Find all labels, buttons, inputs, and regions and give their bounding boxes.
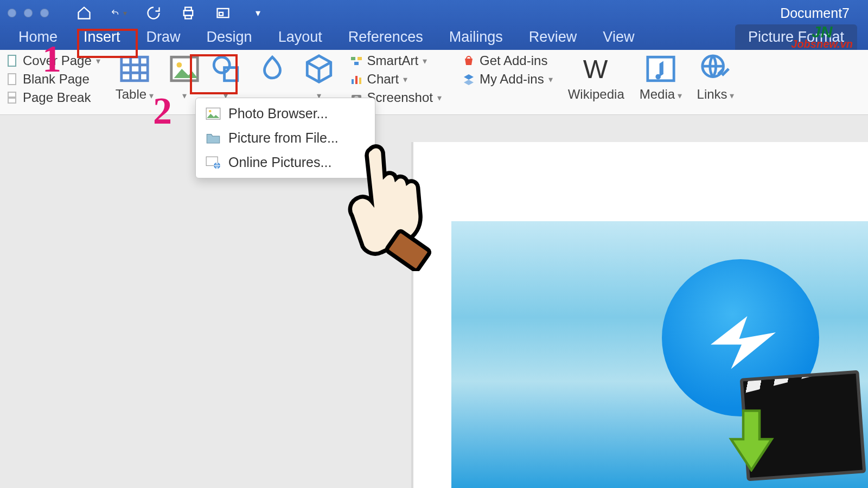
- chart-icon: [350, 73, 363, 86]
- table-button[interactable]: Table ▾: [116, 53, 154, 102]
- icons-icon: [257, 53, 288, 85]
- page-break-button[interactable]: Page Break: [5, 90, 100, 105]
- watermark: JN Jobsnew.vn: [791, 23, 853, 50]
- chart-button[interactable]: Chart ▾: [350, 72, 442, 87]
- redo-icon[interactable]: [145, 5, 162, 21]
- media-icon: [645, 53, 676, 85]
- tab-draw[interactable]: Draw: [133, 24, 194, 50]
- media-label: Media: [640, 87, 675, 101]
- photo-icon: [206, 108, 221, 120]
- shapes-icon: [210, 53, 241, 85]
- online-pictures-label: Online Pictures...: [228, 155, 331, 170]
- addins-icon: [462, 73, 475, 86]
- my-addins-button[interactable]: My Add-ins ▾: [462, 72, 553, 87]
- page-break-label: Page Break: [23, 90, 91, 105]
- print-icon[interactable]: [180, 5, 196, 21]
- get-addins-button[interactable]: Get Add-ins: [462, 53, 553, 68]
- svg-rect-7: [8, 92, 16, 97]
- watermark-text: Jobsnew.vn: [791, 38, 853, 50]
- pictures-button[interactable]: ▾: [169, 53, 200, 102]
- annotation-step-1: 1: [42, 40, 61, 78]
- page-break-icon: [5, 91, 18, 104]
- svg-rect-8: [8, 98, 16, 103]
- store-icon: [462, 54, 475, 67]
- annotation-step-2: 2: [153, 92, 172, 130]
- svg-point-27: [209, 110, 212, 113]
- svg-rect-18: [355, 76, 358, 84]
- lightning-bolt-icon: [700, 308, 787, 373]
- svg-rect-13: [224, 68, 237, 81]
- svg-rect-19: [359, 78, 361, 84]
- picture-from-file-label: Picture from File...: [228, 130, 339, 146]
- svg-rect-17: [352, 79, 354, 84]
- svg-rect-1: [185, 8, 192, 11]
- minimize-window-button[interactable]: [24, 9, 33, 17]
- svg-rect-15: [358, 57, 362, 60]
- svg-rect-4: [219, 12, 223, 16]
- tab-references[interactable]: References: [335, 24, 436, 50]
- wikipedia-button[interactable]: W Wikipedia: [568, 53, 624, 102]
- more-icon[interactable]: ▾: [250, 5, 266, 21]
- screenshot-label: Screenshot: [367, 90, 433, 105]
- icons-button[interactable]: [257, 53, 288, 85]
- tab-design[interactable]: Design: [194, 24, 265, 50]
- svg-point-11: [176, 62, 182, 68]
- undo-icon[interactable]: ▾: [111, 5, 127, 21]
- globe-link-icon: [700, 53, 731, 85]
- home-icon[interactable]: [76, 5, 92, 21]
- my-addins-label: My Add-ins: [480, 72, 544, 87]
- smartart-button[interactable]: SmartArt ▾: [350, 53, 442, 68]
- wikipedia-label: Wikipedia: [568, 87, 624, 102]
- photo-browser-label: Photo Browser...: [228, 106, 328, 121]
- tab-insert[interactable]: Insert: [71, 24, 133, 50]
- get-addins-label: Get Add-ins: [480, 53, 547, 68]
- tab-review[interactable]: Review: [516, 24, 590, 50]
- tab-view[interactable]: View: [590, 24, 647, 50]
- page-icon: [5, 54, 18, 67]
- wikipedia-icon: W: [580, 53, 612, 85]
- svg-rect-5: [8, 55, 16, 66]
- table-icon: [119, 53, 150, 85]
- quick-access-toolbar: ▾ ▾: [76, 5, 266, 21]
- links-label: Links: [697, 87, 727, 101]
- svg-point-12: [214, 57, 229, 73]
- folder-icon: [206, 132, 221, 144]
- maximize-window-button[interactable]: [40, 9, 49, 17]
- svg-rect-6: [8, 74, 16, 85]
- table-label: Table: [116, 87, 146, 101]
- pointing-hand-cursor-icon: [347, 141, 445, 271]
- document-title: Document7: [780, 5, 850, 21]
- svg-rect-0: [184, 10, 193, 15]
- 3d-models-button[interactable]: ▾: [303, 53, 335, 102]
- online-icon: [206, 157, 221, 169]
- ribbon-insert: Cover Page▾ Blank Page Page Break Table …: [0, 50, 868, 115]
- tab-mailings[interactable]: Mailings: [436, 24, 516, 50]
- picture-icon: [169, 53, 200, 85]
- svg-point-24: [655, 74, 661, 80]
- customize-toolbar-icon[interactable]: [215, 5, 231, 21]
- chart-label: Chart: [367, 72, 399, 87]
- ribbon-tabs: Home Insert Draw Design Layout Reference…: [0, 26, 868, 50]
- svg-rect-16: [354, 62, 359, 65]
- svg-rect-2: [185, 16, 192, 19]
- smartart-icon: [350, 54, 363, 67]
- download-arrow-icon: [727, 407, 776, 472]
- addins-group: Get Add-ins My Add-ins ▾: [462, 53, 553, 87]
- media-button[interactable]: Media ▾: [640, 53, 682, 102]
- shapes-button[interactable]: ▾: [210, 53, 241, 102]
- cube-icon: [303, 53, 335, 85]
- window-controls: [8, 9, 49, 17]
- links-button[interactable]: Links ▾: [697, 53, 734, 102]
- photo-browser-menuitem[interactable]: Photo Browser...: [196, 101, 375, 126]
- close-window-button[interactable]: [8, 9, 16, 17]
- page-icon: [5, 73, 18, 86]
- smartart-label: SmartArt: [367, 53, 419, 68]
- svg-rect-14: [351, 57, 355, 60]
- title-bar: ▾ ▾ Document7: [0, 0, 868, 26]
- tab-layout[interactable]: Layout: [265, 24, 335, 50]
- svg-rect-9: [121, 57, 147, 81]
- svg-text:W: W: [583, 54, 608, 84]
